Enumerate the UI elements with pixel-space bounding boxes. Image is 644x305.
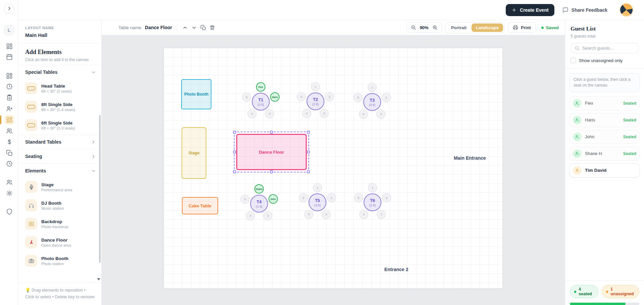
table-circle[interactable]: T6 (3 ft) [364, 194, 382, 211]
layout-name-value[interactable]: Main Hall [25, 32, 95, 38]
seated-guest-chip-flex[interactable]: Flex [256, 82, 265, 92]
seat-t5-2[interactable]: 2 [327, 193, 336, 202]
workspace-logo[interactable]: L [4, 25, 14, 35]
resize-handle[interactable] [233, 170, 236, 173]
seat-t6-3[interactable]: 3 [377, 210, 386, 219]
search-input[interactable] [582, 46, 635, 51]
resize-handle[interactable] [307, 151, 310, 154]
seat-t2-5[interactable]: 5 [297, 92, 306, 101]
rail-users-icon[interactable] [4, 126, 14, 136]
seat-t2-2[interactable]: 2 [325, 92, 334, 101]
floor-sheet[interactable]: Photo BoothStageDance FloorCake TableFle… [164, 48, 502, 288]
rail-clipboard-icon[interactable] [4, 93, 14, 103]
seat-t5-3[interactable]: 3 [321, 210, 331, 219]
show-unassigned-checkbox[interactable] [571, 58, 576, 63]
resize-handle[interactable] [307, 131, 310, 134]
seat-t6-2[interactable]: 2 [382, 193, 391, 202]
delete-button[interactable] [208, 23, 217, 32]
seat-t4-4[interactable]: 4 [246, 211, 255, 220]
rail-calendar-icon[interactable] [4, 52, 14, 62]
seat-t3-5[interactable]: 5 [354, 93, 363, 102]
guest-search[interactable] [571, 43, 639, 53]
move-up-button[interactable] [181, 23, 190, 32]
seated-guest-chip-john[interactable]: John [268, 194, 278, 204]
seat-t2-3[interactable]: 3 [319, 109, 329, 118]
section-seating[interactable]: Seating [18, 149, 101, 163]
palette-item-head-table[interactable]: Head Table 6ft × 30" (2 seats) [18, 79, 101, 98]
rail-clock-icon[interactable] [4, 82, 14, 92]
seat-t2-4[interactable]: 4 [302, 109, 311, 118]
seat-t1-4[interactable]: 4 [248, 109, 257, 118]
area-photo-booth[interactable]: Photo Booth [181, 79, 211, 109]
area-stage[interactable]: Stage [182, 127, 206, 179]
seat-t1-5[interactable]: 5 [242, 93, 251, 102]
rail-user-plus-icon[interactable] [4, 104, 14, 114]
table-circle[interactable]: T3 (3 ft) [363, 93, 381, 111]
seat-t3-3[interactable]: 3 [376, 109, 385, 118]
resize-handle[interactable] [233, 131, 236, 134]
palette-item-6ft-single-side[interactable]: 6ft Single Side 6ft × 30" (1-3 seats) [18, 116, 101, 135]
area-dance-floor[interactable]: Dance Floor [236, 134, 307, 170]
user-avatar[interactable] [620, 4, 633, 16]
guest-row-tim-david[interactable]: Tim David [569, 163, 640, 177]
table-name-value[interactable]: Dance Floor [145, 25, 172, 30]
zoom-in-icon[interactable] [432, 25, 438, 30]
seated-guest-chip-shane[interactable]: Shane [254, 184, 264, 194]
seat-t1-3[interactable]: 3 [265, 109, 274, 118]
rail-clock-icon[interactable] [4, 159, 14, 169]
floor-label-main-entrance[interactable]: Main Entrance [454, 155, 486, 161]
seat-t4-5[interactable]: 5 [241, 195, 250, 204]
move-down-button[interactable] [190, 23, 199, 32]
rail-copy-icon[interactable] [4, 148, 14, 158]
rail-dashboard-icon[interactable] [4, 41, 14, 51]
canvas-area[interactable]: Photo BoothStageDance FloorCake TableFle… [102, 35, 565, 305]
rail-dashboard-icon[interactable] [4, 71, 14, 81]
seat-t5-5[interactable]: 5 [299, 193, 308, 202]
palette-item-8ft-single-side[interactable]: 8ft Single Side 8ft × 30" (1-4 seats) [18, 98, 101, 116]
palette-item-dance-floor[interactable]: Dance Floor Open dance area [18, 233, 101, 252]
landscape-button[interactable]: Landscape [472, 23, 503, 32]
seat-t5-4[interactable]: 4 [304, 210, 313, 219]
print-button[interactable]: Print [508, 22, 536, 33]
section-elements[interactable]: Elements [18, 163, 101, 178]
seat-t3-4[interactable]: 4 [359, 109, 368, 118]
resize-handle[interactable] [233, 151, 236, 154]
seated-guest-chip-haris[interactable]: Haris [270, 92, 280, 102]
zoom-out-icon[interactable] [411, 25, 416, 30]
guest-row-flex[interactable]: FlexSeated [569, 96, 640, 110]
portrait-button[interactable]: Portrait [447, 23, 471, 32]
unassigned-filter[interactable]: Show unassigned only [571, 58, 639, 63]
duplicate-button[interactable] [199, 23, 208, 32]
rail-gear-icon[interactable] [4, 188, 14, 198]
rail-users-icon[interactable] [4, 177, 14, 187]
palette-item-backdrop[interactable]: Backdrop Photo backdrop [18, 215, 101, 233]
seat-t5-1[interactable]: 1 [313, 183, 322, 192]
guest-row-john[interactable]: JohnSeated [569, 130, 640, 144]
resize-handle[interactable] [270, 170, 273, 173]
seat-t6-4[interactable]: 4 [359, 210, 368, 219]
rail-dashboard-icon[interactable] [4, 115, 14, 125]
section-standard-tables[interactable]: Standard Tables [18, 135, 101, 149]
expand-sidebar-button[interactable] [4, 4, 14, 14]
table-circle[interactable]: T2 (3 ft) [307, 93, 325, 110]
area-cake-table[interactable]: Cake Table [182, 197, 218, 214]
share-feedback-button[interactable]: Share Feedback [562, 7, 607, 13]
guest-row-haris[interactable]: HarisSeated [569, 113, 640, 127]
palette-item-stage[interactable]: Stage Performance area [18, 178, 101, 196]
rail-dollar-icon[interactable] [4, 137, 14, 147]
seat-t6-1[interactable]: 1 [368, 183, 377, 192]
guest-row-shane-h[interactable]: Shane HSeated [569, 147, 640, 161]
resize-handle[interactable] [270, 131, 273, 134]
table-circle[interactable]: T4 (3 ft) [250, 195, 268, 213]
table-circle[interactable]: T5 (3 ft) [309, 194, 327, 211]
palette-item-photo-booth[interactable]: Photo Booth Photo station [18, 252, 101, 270]
section-special-tables[interactable]: Special Tables [18, 65, 101, 79]
rail-shield-icon[interactable] [4, 207, 14, 217]
seat-t3-1[interactable]: 1 [368, 83, 377, 92]
seat-t2-1[interactable]: 1 [311, 82, 320, 91]
table-circle[interactable]: T1 (3 ft) [252, 93, 270, 111]
seat-t3-2[interactable]: 2 [382, 93, 391, 102]
scrollbar-thumb[interactable] [99, 115, 101, 263]
palette-item-dj-booth[interactable]: DJ Booth Music station [18, 196, 101, 215]
seat-t4-3[interactable]: 3 [263, 211, 272, 220]
